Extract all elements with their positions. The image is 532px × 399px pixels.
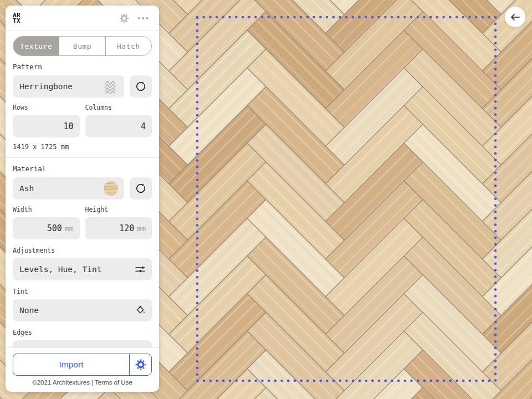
back-button[interactable]: [505, 7, 525, 27]
refresh-icon: [135, 80, 147, 93]
refresh-icon: [135, 182, 147, 195]
pattern-section-label: Pattern: [13, 63, 152, 71]
width-input[interactable]: 500 mm: [13, 217, 80, 239]
settings-button[interactable]: [117, 12, 131, 25]
width-value: 500: [47, 223, 62, 233]
herringbone-icon: [104, 79, 118, 94]
height-unit: mm: [137, 224, 146, 233]
columns-label: Columns: [85, 104, 152, 111]
width-unit: mm: [65, 224, 74, 233]
height-input[interactable]: 120 mm: [85, 217, 152, 239]
width-label: Width: [13, 206, 80, 213]
adjustments-value: Levels, Hue, Tint: [19, 265, 101, 274]
footer-separator: |: [90, 379, 95, 386]
material-value: Ash: [19, 184, 34, 193]
tab-hatch[interactable]: Hatch: [105, 37, 151, 55]
height-value: 120: [119, 223, 134, 233]
ellipsis-icon: [137, 16, 149, 21]
arrow-left-icon: [510, 12, 521, 23]
rows-input[interactable]: 10: [13, 115, 80, 137]
tab-texture[interactable]: Texture: [13, 37, 59, 55]
import-label: Import: [59, 360, 84, 370]
panel-content: Pattern Herringbone: [6, 56, 159, 347]
sliders-icon: [135, 264, 146, 274]
panel-footer: Import ©2021 Architextures | Terms of Us…: [6, 347, 159, 390]
edges-label: Edges: [13, 329, 152, 336]
tab-bump[interactable]: Bump: [59, 37, 105, 55]
import-split-button: Import: [13, 354, 152, 376]
adjustments-select[interactable]: Levels, Hue, Tint: [13, 258, 152, 280]
edges-select[interactable]: Handmade: [13, 340, 152, 347]
randomize-pattern-button[interactable]: [130, 75, 152, 98]
material-section-label: Material: [13, 165, 152, 173]
paint-bucket-icon: [135, 305, 146, 316]
gear-icon: [119, 13, 130, 24]
tint-label: Tint: [13, 288, 152, 295]
copyright-footer: ©2021 Architextures | Terms of Use: [13, 379, 152, 386]
pattern-value: Herringbone: [19, 82, 73, 91]
wood-swatch-icon: [104, 181, 118, 196]
import-button[interactable]: Import: [13, 354, 129, 375]
import-settings-button[interactable]: [129, 354, 151, 375]
height-label: Height: [85, 206, 152, 213]
randomize-material-button[interactable]: [130, 177, 152, 200]
copyright-text: ©2021 Architextures: [32, 379, 90, 386]
more-options-button[interactable]: [136, 15, 150, 22]
architextures-logo: AR TX: [13, 13, 21, 24]
tile-dimensions: 1419 x 1725 mm: [13, 143, 152, 151]
selection-marquee[interactable]: [197, 17, 495, 381]
panel-header: AR TX: [6, 6, 159, 31]
adjustments-label: Adjustments: [13, 247, 152, 254]
columns-value: 4: [141, 121, 146, 131]
tint-value: None: [19, 306, 39, 315]
rows-value: 10: [63, 121, 73, 131]
tint-select[interactable]: None: [13, 299, 152, 321]
mode-tabs: Texture Bump Hatch: [13, 36, 152, 56]
pattern-select[interactable]: Herringbone: [13, 75, 124, 98]
terms-of-use-link[interactable]: Terms of Use: [95, 379, 132, 386]
rows-label: Rows: [13, 104, 80, 111]
columns-input[interactable]: 4: [85, 115, 152, 137]
gear-icon: [135, 359, 147, 371]
sidebar-panel: AR TX Texture Bump H: [6, 6, 159, 392]
material-select[interactable]: Ash: [13, 177, 124, 200]
section-divider: [6, 157, 159, 158]
